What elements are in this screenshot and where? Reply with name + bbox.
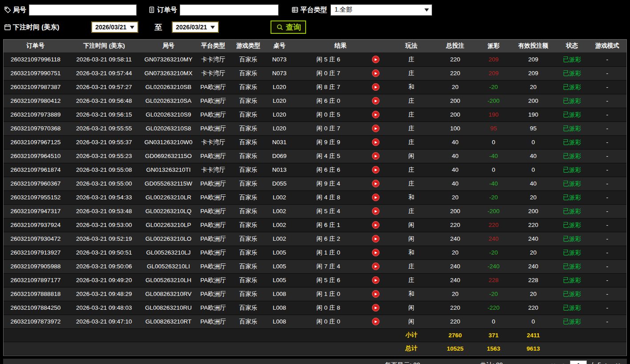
replay-button[interactable]	[372, 138, 380, 146]
replay-button[interactable]	[372, 235, 380, 243]
payout-cell: 240	[477, 232, 510, 246]
replay-button[interactable]	[372, 276, 380, 284]
date-to-picker[interactable]: 2026/03/21	[172, 21, 219, 33]
replay-button[interactable]	[372, 56, 380, 63]
status-cell: 已派彩	[556, 149, 588, 163]
replay-button[interactable]	[372, 318, 380, 325]
replay-button[interactable]	[372, 194, 380, 201]
chevron-down-icon	[424, 8, 429, 12]
valid-cell: 200	[510, 204, 556, 218]
round-cell: GL020263210SB	[141, 80, 196, 94]
result-text: 闲 0 庄 0	[302, 318, 355, 326]
play-cell: 闲	[389, 315, 434, 328]
platform-cell: PA欧洲厅	[196, 287, 230, 301]
page-number-input[interactable]	[570, 360, 587, 364]
first-page-icon[interactable]: ◀◀	[548, 362, 555, 364]
result-cell: 闲 9 庄 9	[292, 135, 389, 149]
game-cell: 百家乐	[230, 80, 267, 94]
time-cell: 2026-03-21 09:57:27	[68, 80, 141, 94]
order-input[interactable]	[180, 4, 279, 16]
status-cell: 已派彩	[556, 232, 588, 246]
replay-button[interactable]	[372, 83, 380, 91]
result-cell: 闲 7 庄 4	[292, 259, 389, 273]
replay-button[interactable]	[372, 69, 380, 77]
game-cell: 百家乐	[230, 177, 267, 190]
play-cell: 闲	[389, 218, 434, 232]
platform-cell: 卡卡湾厅	[196, 66, 230, 80]
replay-button[interactable]	[372, 180, 380, 187]
payout-cell: -220	[477, 301, 510, 315]
summary-label: 总计	[389, 342, 434, 355]
per-page-label: 每页显示:	[385, 361, 412, 364]
table-body: 2603210979961182026-03-21 09:58:11GN0732…	[4, 53, 626, 355]
replay-button[interactable]	[372, 111, 380, 118]
result-cell: 闲 0 庄 7	[292, 66, 389, 80]
table-no-cell: L002	[267, 232, 292, 246]
total-count-info: 共计: 89	[480, 359, 503, 364]
replay-button[interactable]	[372, 152, 380, 160]
table-no-cell: L008	[267, 301, 292, 315]
payout-cell: 209	[477, 66, 510, 80]
round-cell: GL020263210S8	[141, 121, 196, 135]
replay-button[interactable]	[372, 221, 380, 229]
play-icon	[375, 155, 377, 158]
play-icon	[375, 169, 377, 171]
round-cell: GL002263210LR	[141, 190, 196, 204]
replay-button[interactable]	[372, 207, 380, 215]
bet-cell: 40	[434, 135, 477, 149]
status-cell: 已派彩	[556, 135, 588, 149]
column-header: 订单号	[4, 40, 68, 53]
payout-cell: -20	[477, 190, 510, 204]
play-icon	[375, 58, 377, 61]
prev-page-icon[interactable]: ◀	[559, 362, 565, 364]
time-cell: 2026-03-21 09:50:51	[68, 246, 141, 259]
column-header: 状态	[556, 40, 588, 53]
order-id-cell: 260321097955152	[4, 190, 68, 204]
table-no-cell: N031	[267, 135, 292, 149]
replay-button[interactable]	[372, 249, 380, 256]
order-filter-text: 订单号	[157, 6, 177, 14]
platform-cell: PA欧洲厅	[196, 301, 230, 315]
replay-button[interactable]	[372, 304, 380, 311]
round-cell: GD0692632115O	[141, 149, 196, 163]
bet-cell: 200	[434, 94, 477, 108]
replay-button[interactable]	[372, 166, 380, 174]
order-id-cell: 260321097873972	[4, 315, 68, 328]
order-id-cell: 260321097897177	[4, 273, 68, 287]
time-cell: 2026-03-21 09:55:08	[68, 163, 141, 177]
order-id-cell: 260321097937924	[4, 218, 68, 232]
table-row: 2603210979551522026-03-21 09:54:33GL0022…	[4, 190, 626, 204]
replay-button[interactable]	[372, 97, 380, 105]
game-cell: 百家乐	[230, 149, 267, 163]
result-cell: 闲 0 庄 5	[292, 108, 389, 121]
mode-cell: -	[588, 204, 626, 218]
query-button[interactable]: 查询	[271, 20, 306, 34]
play-cell: 闲	[389, 149, 434, 163]
table-row: 2603210978888182026-03-21 09:48:29GL0082…	[4, 287, 626, 301]
date-from-picker[interactable]: 2026/03/21	[91, 21, 138, 33]
result-cell: 闲 0 庄 7	[292, 121, 389, 135]
play-cell: 庄	[389, 108, 434, 121]
platform-select[interactable]: 1.全部	[331, 4, 432, 16]
round-cell: GL005263210LJ	[141, 246, 196, 259]
summary-total-bet: 10525	[434, 342, 477, 355]
result-cell: 闲 6 庄 6	[292, 163, 389, 177]
platform-cell: PA欧洲厅	[196, 108, 230, 121]
valid-cell: 209	[510, 66, 556, 80]
platform-cell: PA欧洲厅	[196, 232, 230, 246]
mode-cell: -	[588, 149, 626, 163]
result-cell: 闲 5 庄 4	[292, 204, 389, 218]
result-cell: 闲 4 庄 5	[292, 149, 389, 163]
table-row: 2603210979304722026-03-21 09:52:19GL0022…	[4, 232, 626, 246]
platform-filter-text: 平台类型	[300, 6, 327, 14]
platform-filter-label: 平台类型	[291, 6, 327, 14]
replay-button[interactable]	[372, 263, 380, 270]
round-input[interactable]	[29, 4, 137, 16]
last-page-icon[interactable]: ▶▶	[616, 362, 623, 364]
next-page-icon[interactable]: ▶	[606, 362, 612, 364]
replay-button[interactable]	[372, 125, 380, 132]
replay-button[interactable]	[372, 290, 380, 298]
round-cell: GL008263210RU	[141, 301, 196, 315]
play-icon	[375, 293, 377, 295]
time-cell: 2026-03-21 09:50:06	[68, 259, 141, 273]
